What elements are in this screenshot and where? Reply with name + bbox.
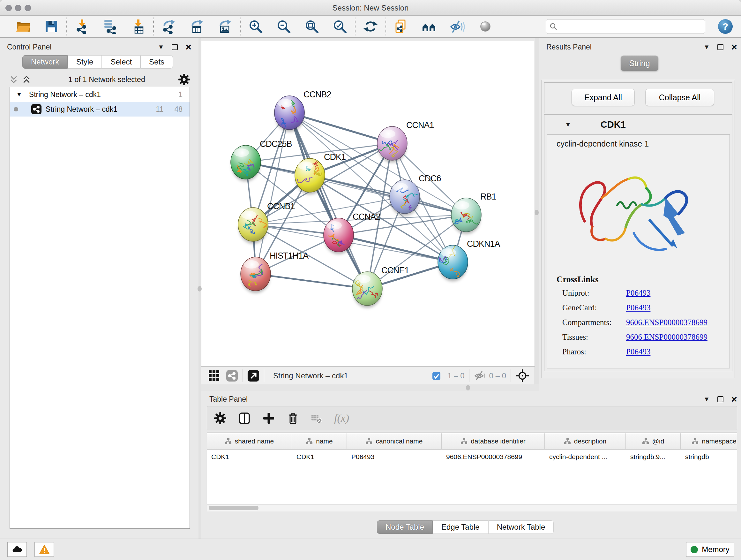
network-node-hist1h1a[interactable] — [241, 257, 271, 293]
column-header-shared-name[interactable]: shared name — [207, 433, 292, 449]
panel-menu-icon[interactable]: ▼ — [704, 395, 710, 403]
column-header-namespace[interactable]: namespace — [681, 433, 737, 449]
network-node-rb1[interactable] — [451, 198, 481, 234]
scrollbar-thumb[interactable] — [209, 506, 259, 510]
table-cell[interactable]: CDK1 — [292, 453, 347, 461]
table-cell[interactable]: stringdb:9... — [626, 453, 681, 461]
manage-columns-icon[interactable] — [239, 412, 251, 424]
shared-column-icon — [306, 438, 313, 445]
crosslink-link[interactable]: 9606.ENSP00000378699 — [626, 333, 708, 348]
table-cell[interactable]: stringdb — [681, 453, 737, 461]
network-tree-row[interactable]: ▼String Network – cdk11 — [10, 87, 190, 102]
search-input[interactable] — [546, 19, 705, 34]
tab-string[interactable]: String — [621, 56, 658, 71]
tab-sets[interactable]: Sets — [140, 55, 173, 69]
network-node-cdc6[interactable] — [390, 180, 420, 216]
import-network-file-icon[interactable] — [75, 19, 89, 34]
zoom-out-icon[interactable] — [276, 19, 291, 34]
table-settings-gear-icon[interactable] — [214, 412, 226, 424]
float-panel-icon[interactable] — [718, 396, 724, 402]
network-node-ccna1[interactable] — [377, 126, 407, 163]
string-results-container: Expand All Collapse All ▼ CDK1 cyclin-de… — [542, 80, 735, 378]
expand-all-button[interactable]: Expand All — [571, 89, 635, 106]
fit-selected-crosshair-icon[interactable] — [515, 369, 529, 383]
delete-column-trash-icon[interactable] — [287, 412, 299, 424]
import-table-file-icon[interactable] — [131, 19, 145, 34]
table-cell[interactable]: P06493 — [347, 453, 442, 461]
show-graphics-details-icon[interactable] — [478, 19, 493, 34]
column-header--id[interactable]: @id — [626, 433, 681, 449]
float-panel-icon[interactable] — [718, 44, 724, 50]
export-table-icon[interactable] — [190, 19, 204, 34]
collapse-all-icon[interactable] — [10, 75, 18, 84]
zoom-fit-icon[interactable] — [305, 19, 319, 34]
column-header-database-identifier[interactable]: database identifier — [442, 433, 545, 449]
network-tree-row[interactable]: String Network – cdk11148 — [10, 102, 190, 117]
column-header-description[interactable]: description — [545, 433, 626, 449]
export-network-icon[interactable] — [161, 19, 176, 34]
save-session-icon[interactable] — [44, 19, 59, 34]
network-node-cdc25b[interactable] — [231, 145, 261, 181]
close-panel-icon[interactable]: × — [731, 44, 737, 50]
import-network-database-icon[interactable] — [103, 19, 118, 34]
warnings-button[interactable] — [35, 542, 54, 557]
hide-graphics-details-icon[interactable] — [450, 19, 465, 34]
tab-network[interactable]: Network — [22, 55, 68, 69]
string-view-icon[interactable] — [226, 370, 238, 382]
table-cell[interactable]: 9606.ENSP00000378699 — [442, 453, 545, 461]
panel-menu-icon[interactable]: ▼ — [158, 44, 164, 51]
splitter-handle[interactable] — [535, 210, 539, 215]
open-in-new-window-icon[interactable] — [247, 370, 259, 382]
splitter-handle[interactable] — [466, 385, 470, 390]
tab-style[interactable]: Style — [68, 55, 102, 69]
table-horizontal-scrollbar[interactable] — [207, 504, 737, 511]
network-grid-view-icon[interactable] — [208, 370, 220, 382]
crosslink-link[interactable]: P06493 — [626, 289, 650, 303]
selected-checkbox-icon[interactable] — [432, 370, 444, 382]
column-header-name[interactable]: name — [292, 433, 347, 449]
hidden-node-edge-count: 0 – 0 — [489, 371, 506, 380]
tab-select[interactable]: Select — [102, 55, 140, 69]
column-header-canonical-name[interactable]: canonical name — [347, 433, 442, 449]
network-node-ccne1[interactable] — [352, 272, 382, 308]
close-panel-icon[interactable]: × — [731, 396, 737, 402]
help-button[interactable]: ? — [718, 19, 733, 34]
tab-node-table[interactable]: Node Table — [377, 520, 433, 534]
table-cell[interactable]: cyclin-dependent ... — [545, 453, 626, 461]
network-node-ccna2[interactable] — [324, 218, 354, 254]
selected-node-edge-count: 1 – 0 — [448, 371, 464, 380]
clone-network-icon[interactable] — [394, 19, 408, 34]
crosslink-link[interactable]: P06493 — [626, 348, 650, 362]
network-node-cdkn1a[interactable] — [436, 245, 468, 281]
disclosure-triangle-icon[interactable]: ▼ — [16, 91, 22, 98]
network-bullet-icon — [14, 107, 18, 111]
panel-menu-icon[interactable]: ▼ — [704, 44, 710, 51]
splitter-handle[interactable] — [198, 286, 202, 292]
export-image-icon[interactable] — [218, 19, 232, 34]
crosslink-link[interactable]: 9606.ENSP00000378699 — [626, 318, 708, 333]
collapse-all-button[interactable]: Collapse All — [645, 89, 714, 106]
zoom-in-icon[interactable] — [248, 19, 263, 34]
shared-column-icon — [365, 438, 373, 445]
add-column-icon[interactable] — [263, 412, 275, 424]
cloud-status-button[interactable] — [7, 542, 27, 557]
open-session-icon[interactable] — [16, 19, 30, 34]
network-node-ccnb2[interactable] — [274, 96, 305, 132]
network-node-ccnb1[interactable] — [238, 207, 268, 244]
network-node-cdk1[interactable] — [295, 159, 325, 194]
tab-edge-table[interactable]: Edge Table — [433, 520, 488, 534]
zoom-selected-icon[interactable] — [333, 19, 347, 34]
close-panel-icon[interactable]: × — [185, 44, 192, 50]
apply-layout-icon[interactable] — [363, 19, 378, 34]
network-options-gear-icon[interactable] — [179, 74, 190, 85]
crosslink-link[interactable]: P06493 — [626, 303, 650, 318]
first-neighbors-icon[interactable] — [422, 19, 436, 34]
float-panel-icon[interactable] — [172, 44, 178, 50]
table-cell[interactable]: CDK1 — [207, 453, 292, 461]
table-row[interactable]: CDK1CDK1P064939606.ENSP00000378699cyclin… — [207, 449, 737, 464]
expand-all-icon[interactable] — [22, 75, 30, 84]
memory-button[interactable]: Memory — [686, 542, 734, 557]
tab-network-table[interactable]: Network Table — [488, 520, 554, 534]
network-canvas[interactable]: CCNB2CCNA1CDC25BCDK1CDC6RB1CCNB1CCNA2CDK… — [201, 41, 535, 367]
collapse-entry-icon[interactable]: ▼ — [565, 121, 571, 128]
